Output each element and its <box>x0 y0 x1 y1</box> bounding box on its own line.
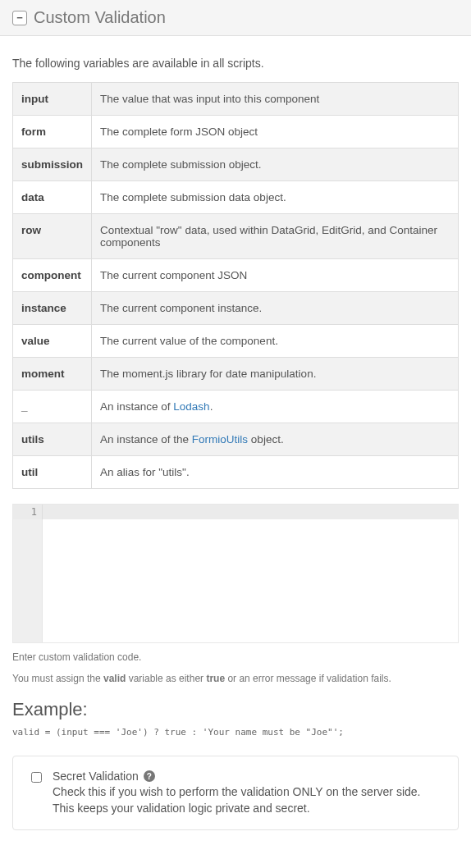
secret-validation-title-row: Secret Validation ? <box>53 770 443 783</box>
var-name: submission <box>13 148 92 181</box>
var-name: form <box>13 116 92 148</box>
collapse-toggle[interactable]: − <box>12 11 27 25</box>
code-input[interactable] <box>43 519 458 642</box>
table-row: momentThe moment.js library for date man… <box>13 358 459 391</box>
secret-validation-title: Secret Validation <box>53 770 139 783</box>
var-desc: The current component instance. <box>92 292 459 325</box>
var-desc: The complete submission data object. <box>92 181 459 214</box>
var-desc: The value that was input into this compo… <box>92 83 459 116</box>
var-name: value <box>13 325 92 358</box>
hint-bold-valid: valid <box>103 673 126 684</box>
var-name: moment <box>13 358 92 391</box>
secret-validation-card: Secret Validation ? Check this if you wi… <box>12 756 459 830</box>
hint-enter-code: Enter custom validation code. <box>12 651 459 663</box>
var-desc: An alias for "utils". <box>92 456 459 489</box>
var-desc: The moment.js library for date manipulat… <box>92 358 459 391</box>
table-row: instanceThe current component instance. <box>13 292 459 325</box>
table-row: utilAn alias for "utils". <box>13 456 459 489</box>
secret-validation-checkbox[interactable] <box>31 772 42 783</box>
var-name: util <box>13 456 92 489</box>
code-editor: 1 <box>12 504 459 643</box>
var-desc: The complete form JSON object <box>92 116 459 148</box>
var-desc-link[interactable]: Lodash <box>173 400 209 413</box>
hint-text: variable as either <box>126 673 206 684</box>
table-row: submissionThe complete submission object… <box>13 148 459 181</box>
line-number: 1 <box>13 505 43 519</box>
secret-validation-desc: Check this if you wish to perform the va… <box>53 784 443 816</box>
var-desc-text: . <box>210 400 213 413</box>
var-desc: The complete submission object. <box>92 148 459 181</box>
variables-table: inputThe value that was input into this … <box>12 82 459 489</box>
editor-gutter-column <box>13 519 43 642</box>
var-desc: Contextual "row" data, used within DataG… <box>92 214 459 259</box>
table-row: _An instance of Lodash. <box>13 391 459 423</box>
table-row: rowContextual "row" data, used within Da… <box>13 214 459 259</box>
var-desc-text: object. <box>248 433 284 445</box>
panel-body: The following variables are available in… <box>0 36 471 843</box>
var-name: input <box>13 83 92 116</box>
var-desc: An instance of the FormioUtils object. <box>92 423 459 456</box>
hint-bold-true: true <box>206 673 225 684</box>
var-desc-link[interactable]: FormioUtils <box>192 433 248 445</box>
table-row: inputThe value that was input into this … <box>13 83 459 116</box>
var-name: instance <box>13 292 92 325</box>
var-name: row <box>13 214 92 259</box>
var-name: data <box>13 181 92 214</box>
example-heading: Example: <box>12 699 459 720</box>
editor-gutter: 1 <box>13 505 458 519</box>
var-name: utils <box>13 423 92 456</box>
help-icon[interactable]: ? <box>144 770 155 782</box>
var-desc-text: An instance of <box>100 400 173 413</box>
editor-top-strip <box>43 505 458 519</box>
table-row: valueThe current value of the component. <box>13 325 459 358</box>
hint-assign-valid: You must assign the valid variable as ei… <box>12 673 459 684</box>
intro-text: The following variables are available in… <box>12 57 459 70</box>
table-row: componentThe current component JSON <box>13 259 459 292</box>
hint-text: or an error message if validation fails. <box>225 673 391 684</box>
hint-text: You must assign the <box>12 673 103 684</box>
table-row: formThe complete form JSON object <box>13 116 459 148</box>
var-desc: The current component JSON <box>92 259 459 292</box>
table-row: dataThe complete submission data object. <box>13 181 459 214</box>
var-name: component <box>13 259 92 292</box>
var-desc: An instance of Lodash. <box>92 391 459 423</box>
table-row: utilsAn instance of the FormioUtils obje… <box>13 423 459 456</box>
panel-title: Custom Validation <box>34 8 166 27</box>
example-code: valid = (input === 'Joe') ? true : 'Your… <box>12 727 459 738</box>
panel-header: − Custom Validation <box>0 0 471 36</box>
var-name: _ <box>13 391 92 423</box>
var-desc-text: An instance of the <box>100 433 192 445</box>
var-desc: The current value of the component. <box>92 325 459 358</box>
